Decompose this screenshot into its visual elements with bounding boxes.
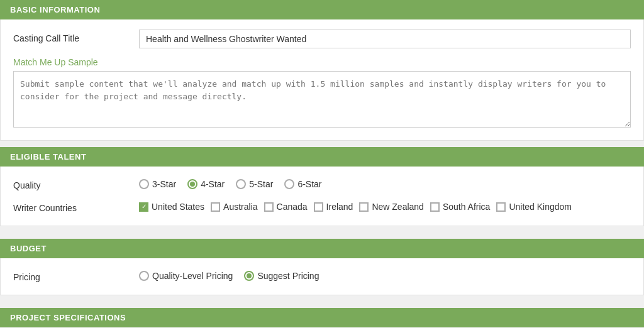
pricing-quality-level-label: Quality-Level Pricing [152,271,233,281]
basic-info-section: BASIC INFORMATION Casting Call Title Mat… [0,0,644,141]
quality-3star-label: 3-Star [152,179,176,189]
pricing-suggest[interactable]: Suggest Pricing [244,271,319,281]
quality-4star-radio [187,179,197,189]
eligible-talent-section: ELIGIBLE TALENT Quality 3-Star 4-Star [0,147,644,226]
country-us[interactable]: United States [139,202,204,212]
match-me-up-row: Match Me Up Sample [13,57,631,128]
writer-countries-label: Writer Countries [13,199,139,213]
project-specs-header: PROJECT SPECIFICATIONS [0,308,644,327]
country-us-checkbox [139,202,148,212]
pricing-row: Pricing Quality-Level Pricing Suggest Pr… [13,268,631,282]
quality-6star[interactable]: 6-Star [284,179,321,189]
country-ie[interactable]: Ireland [314,202,353,212]
project-specs-section: PROJECT SPECIFICATIONS [0,308,644,327]
country-uk-checkbox [496,202,506,212]
quality-5star[interactable]: 5-Star [236,179,273,189]
match-me-up-textarea[interactable] [13,71,631,128]
pricing-quality-level[interactable]: Quality-Level Pricing [139,271,233,281]
pricing-options: Quality-Level Pricing Suggest Pricing [139,268,631,281]
country-ie-label: Ireland [326,202,353,212]
quality-5star-radio [236,179,246,189]
country-za-label: South Africa [443,202,491,212]
quality-6star-radio [284,179,294,189]
country-ca-label: Canada [277,202,308,212]
quality-label: Quality [13,177,139,190]
country-ca-checkbox [264,202,274,212]
country-ca[interactable]: Canada [264,202,308,212]
quality-4star[interactable]: 4-Star [187,179,225,189]
basic-info-header: BASIC INFORMATION [0,0,644,19]
country-au[interactable]: Australia [211,202,257,212]
pricing-label: Pricing [13,268,139,282]
budget-section: BUDGET Pricing Quality-Level Pricing Sug… [0,239,644,295]
writer-countries-options: United States Australia Canada Irel [139,199,631,212]
quality-4star-label: 4-Star [201,179,225,189]
quality-3star[interactable]: 3-Star [139,179,176,189]
writer-countries-row: Writer Countries United States Australia [13,199,631,213]
quality-options: 3-Star 4-Star 5-Star 6-Star [139,177,631,189]
pricing-quality-level-radio [139,271,149,281]
casting-call-title-label: Casting Call Title [13,30,139,43]
country-uk-label: United Kingdom [509,202,572,212]
budget-header: BUDGET [0,239,644,258]
casting-call-title-wrapper [139,30,631,48]
country-za[interactable]: South Africa [430,202,491,212]
country-nz[interactable]: New Zealand [359,202,424,212]
quality-5star-label: 5-Star [249,179,273,189]
country-au-label: Australia [223,202,257,212]
country-ie-checkbox [314,202,323,212]
country-za-checkbox [430,202,440,212]
pricing-suggest-radio [244,271,254,281]
quality-3star-radio [139,179,149,189]
eligible-talent-header: ELIGIBLE TALENT [0,147,644,167]
country-us-label: United States [152,202,204,212]
pricing-suggest-label: Suggest Pricing [257,271,319,281]
country-uk[interactable]: United Kingdom [496,202,572,212]
casting-call-title-input[interactable] [139,30,631,48]
quality-6star-label: 6-Star [297,179,321,189]
quality-row: Quality 3-Star 4-Star 5-Star [13,177,631,190]
country-nz-checkbox [359,202,369,212]
country-au-checkbox [211,202,220,212]
casting-call-title-row: Casting Call Title [13,30,631,48]
country-nz-label: New Zealand [372,202,424,212]
match-me-up-label: Match Me Up Sample [13,57,98,67]
